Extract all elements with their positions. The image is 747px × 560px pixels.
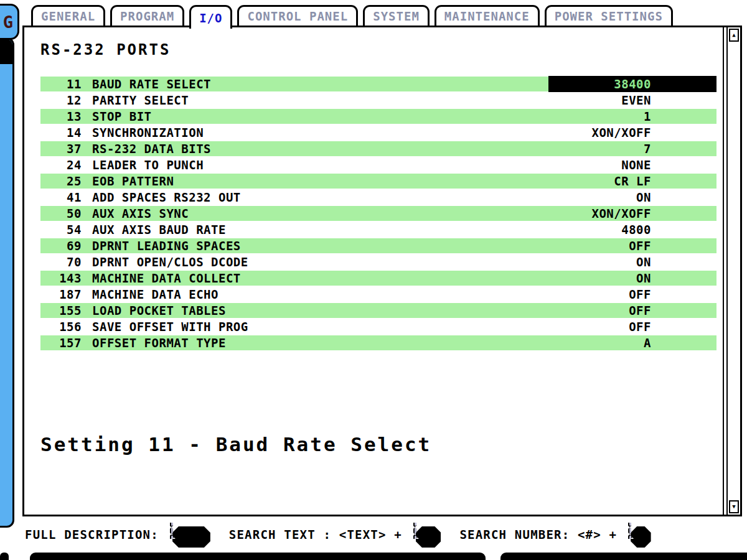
setting-row[interactable]: 13 STOP BIT 1 [40, 108, 716, 124]
setting-value: 38400 [548, 76, 716, 92]
tab-label: GENERAL [41, 9, 95, 23]
setting-value: A [548, 335, 716, 351]
page-title: RS-232 PORTS [40, 41, 171, 58]
tab-control-panel[interactable]: CONTROL PANEL [237, 5, 358, 26]
setting-number: 25 [40, 173, 82, 189]
bottom-tab-stub-left [30, 553, 486, 560]
cursor-down-key-icon: ▼ [628, 524, 648, 545]
setting-number: 41 [40, 189, 82, 205]
setting-row[interactable]: 156 SAVE OFFSET WITH PROG OFF [40, 319, 716, 335]
setting-name: AUX AXIS BAUD RATE [92, 222, 226, 238]
setting-value: ON [548, 189, 716, 205]
side-strip-top-cap [0, 39, 12, 64]
setting-row[interactable]: 143 MACHINE DATA COLLECT ON [40, 270, 716, 286]
scrollbar-track-line [726, 27, 728, 515]
setting-name: OFFSET FORMAT TYPE [92, 335, 226, 351]
tab-i-o[interactable]: I/O [189, 5, 232, 29]
setting-name: STOP BIT [92, 108, 152, 124]
tab-label: CONTROL PANEL [247, 9, 348, 23]
setting-number: 24 [40, 157, 82, 173]
setting-row[interactable]: 187 MACHINE DATA ECHO OFF [40, 286, 716, 302]
setting-number: 54 [40, 222, 82, 238]
scrollbar[interactable]: ▲ ▼ [723, 27, 740, 515]
scroll-up-icon[interactable]: ▲ [729, 29, 739, 42]
tab-power-settings[interactable]: POWER SETTINGS [545, 5, 673, 26]
setting-name: EOB PATTERN [92, 173, 174, 189]
setting-value: ON [548, 270, 716, 286]
side-strip [0, 37, 14, 528]
setting-description: Setting 11 - Baud Rate Select [40, 433, 431, 455]
setting-number: 14 [40, 124, 82, 141]
setting-row[interactable]: 50 AUX AXIS SYNC XON/XOFF [40, 205, 716, 222]
setting-row[interactable]: 157 OFFSET FORMAT TYPE A [40, 335, 716, 351]
setting-row[interactable]: 37 RS-232 DATA BITS 7 [40, 141, 716, 157]
setting-value: XON/XOFF [548, 205, 716, 222]
setting-value: 1 [548, 108, 716, 124]
setting-number: 11 [40, 76, 82, 92]
setting-number: 157 [40, 335, 82, 351]
setting-name: SYNCHRONIZATION [92, 124, 204, 141]
setting-row[interactable]: 12 PARITY SELECT EVEN [40, 92, 716, 108]
setting-number: 37 [40, 141, 82, 157]
setting-name: LEADER TO PUNCH [92, 157, 204, 173]
setting-value: OFF [548, 238, 716, 254]
setting-number: 70 [40, 254, 82, 270]
setting-value: CR LF [548, 173, 716, 189]
setting-value: 7 [548, 141, 716, 157]
setting-value: OFF [548, 319, 716, 335]
bottom-left-tab-stub [0, 553, 9, 560]
setting-number: 143 [40, 270, 82, 286]
setting-row[interactable]: 14 SYNCHRONIZATION XON/XOFF [40, 124, 716, 141]
scroll-down-icon[interactable]: ▼ [729, 500, 739, 513]
setting-name: PARITY SELECT [92, 92, 189, 108]
setting-value: 4800 [548, 222, 716, 238]
tab-label: I/O [199, 11, 222, 25]
full-description-label: FULL DESCRIPTION: [25, 528, 159, 541]
setting-number: 50 [40, 205, 82, 222]
tab-program[interactable]: PROGRAM [110, 5, 184, 26]
tab-general[interactable]: GENERAL [31, 5, 105, 26]
setting-number: 13 [40, 108, 82, 124]
setting-value: NONE [548, 157, 716, 173]
setting-name: MACHINE DATA ECHO [92, 286, 218, 302]
tab-label: PROGRAM [120, 9, 174, 23]
setting-name: BAUD RATE SELECT [92, 76, 211, 92]
setting-name: RS-232 DATA BITS [92, 141, 211, 157]
settings-panel: RS-232 PORTS 11 BAUD RATE SELECT 38400 1… [22, 26, 742, 516]
setting-row[interactable]: 155 LOAD POCKET TABLES OFF [40, 302, 716, 319]
setting-name: SAVE OFFSET WITH PROG [92, 319, 248, 335]
bottom-tab-stub-right [500, 553, 747, 560]
side-tab-g[interactable]: G [0, 4, 19, 40]
setting-row[interactable]: 70 DPRNT OPEN/CLOS DCODE ON [40, 254, 716, 270]
setting-name: DPRNT LEADING SPACES [92, 238, 241, 254]
setting-row[interactable]: 69 DPRNT LEADING SPACES OFF [40, 238, 716, 254]
tab-system[interactable]: SYSTEM [363, 5, 430, 26]
setting-number: 156 [40, 319, 82, 335]
side-tab-g-label: G [3, 12, 13, 32]
setting-name: ADD SPACES RS232 OUT [92, 189, 241, 205]
search-number-label: SEARCH NUMBER: <#> + [459, 528, 617, 541]
setting-row[interactable]: 54 AUX AXIS BAUD RATE 4800 [40, 222, 716, 238]
search-text-label: SEARCH TEXT : <TEXT> + [229, 528, 402, 541]
tab-label: POWER SETTINGS [555, 9, 663, 23]
footer-help-bar: FULL DESCRIPTION: HELP SEARCH TEXT : <TE… [25, 518, 741, 551]
setting-name: AUX AXIS SYNC [92, 205, 189, 222]
tab-label: MAINTENANCE [444, 9, 530, 23]
setting-value: OFF [548, 286, 716, 302]
f2-key-icon: F2 [413, 524, 438, 545]
tab-label: SYSTEM [373, 9, 420, 23]
setting-row[interactable]: 25 EOB PATTERN CR LF [40, 173, 716, 189]
setting-value: XON/XOFF [548, 124, 716, 141]
setting-name: MACHINE DATA COLLECT [92, 270, 241, 286]
setting-row[interactable]: 41 ADD SPACES RS232 OUT ON [40, 189, 716, 205]
settings-table: 11 BAUD RATE SELECT 38400 12 PARITY SELE… [40, 76, 716, 351]
setting-name: LOAD POCKET TABLES [92, 302, 226, 319]
tab-bar: GENERALPROGRAMI/OCONTROL PANELSYSTEMMAIN… [31, 5, 673, 26]
setting-row[interactable]: 11 BAUD RATE SELECT 38400 [40, 76, 716, 92]
help-key-icon: HELP [170, 524, 208, 545]
setting-number: 187 [40, 286, 82, 302]
tab-maintenance[interactable]: MAINTENANCE [435, 5, 540, 26]
setting-row[interactable]: 24 LEADER TO PUNCH NONE [40, 157, 716, 173]
setting-number: 69 [40, 238, 82, 254]
setting-number: 155 [40, 302, 82, 319]
